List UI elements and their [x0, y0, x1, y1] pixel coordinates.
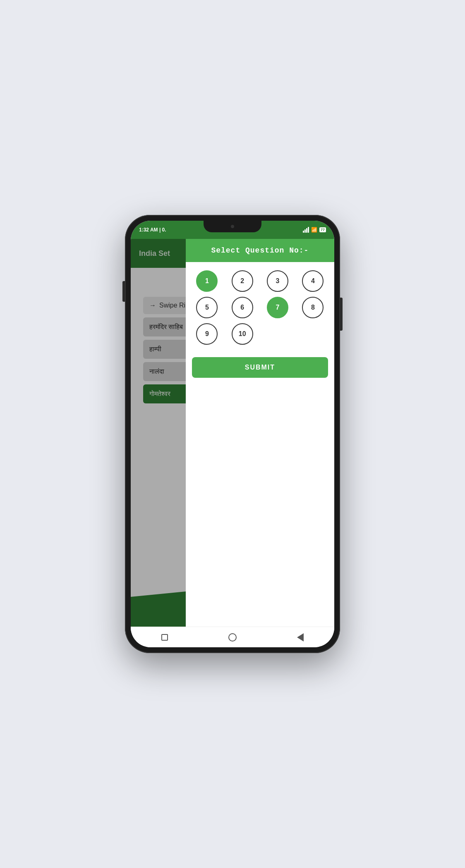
question-btn-3[interactable]: 3: [267, 270, 288, 292]
modal-body: 1 2 3 4 5: [186, 262, 334, 627]
nav-back-button[interactable]: [295, 632, 306, 643]
home-icon: [228, 633, 237, 641]
recents-icon: [161, 634, 168, 641]
battery-icon: 77: [319, 227, 326, 232]
phone-screen: 1:32 AM | 0. 📶 77 India Set: [131, 221, 334, 647]
modal-title: Select Question No:-: [211, 246, 309, 255]
question-btn-8[interactable]: 8: [302, 297, 324, 318]
nav-recents-button[interactable]: [159, 632, 170, 643]
app-content: India Set → Swipe Right हरमंदिर साहिब हा…: [131, 239, 334, 627]
question-btn-10[interactable]: 10: [232, 323, 253, 345]
wifi-icon: 📶: [311, 227, 317, 233]
notch: [204, 221, 261, 232]
question-btn-5[interactable]: 5: [196, 297, 218, 318]
question-number-grid: 1 2 3 4 5: [192, 270, 328, 345]
signal-icon: [303, 227, 309, 233]
question-selector-modal: Select Question No:- 1 2: [186, 239, 334, 627]
question-btn-4[interactable]: 4: [302, 270, 324, 292]
question-btn-9[interactable]: 9: [196, 323, 218, 345]
status-icons: 📶 77: [303, 227, 326, 233]
question-btn-6[interactable]: 6: [232, 297, 253, 318]
phone-frame: 1:32 AM | 0. 📶 77 India Set: [125, 215, 340, 653]
modal-header: Select Question No:-: [186, 239, 334, 262]
question-btn-1[interactable]: 1: [196, 270, 218, 292]
bottom-navigation: [131, 627, 334, 647]
status-time: 1:32 AM | 0.: [139, 227, 166, 233]
status-bar: 1:32 AM | 0. 📶 77: [131, 221, 334, 239]
submit-button[interactable]: SUBMIT: [192, 357, 328, 378]
back-icon: [297, 633, 304, 641]
question-btn-7[interactable]: 7: [267, 297, 288, 318]
modal-overlay: Select Question No:- 1 2: [131, 239, 334, 627]
nav-home-button[interactable]: [227, 632, 238, 643]
question-btn-2[interactable]: 2: [232, 270, 253, 292]
camera: [231, 225, 234, 228]
